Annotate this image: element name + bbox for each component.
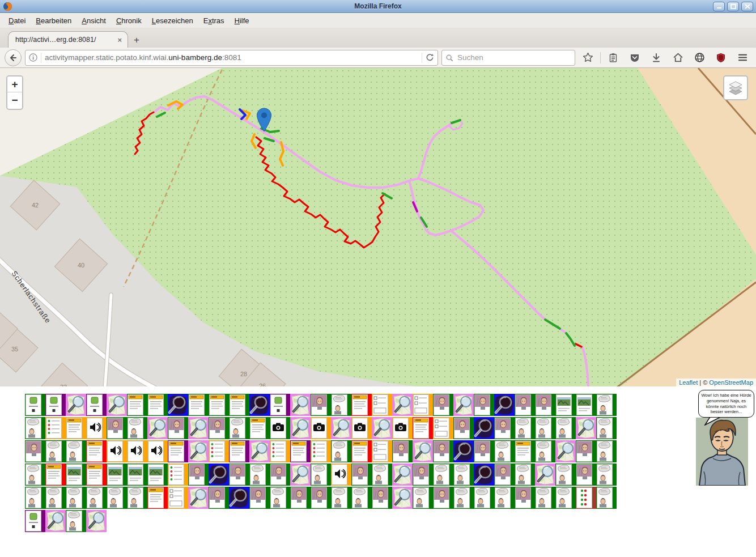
grid-tile-map-magnifier-thumb[interactable] — [188, 417, 209, 439]
grid-tile-document-thumb[interactable] — [249, 417, 270, 439]
search-bar[interactable] — [441, 50, 575, 66]
grid-tile-document-thumb[interactable] — [351, 394, 372, 416]
grid-tile-form-thumb[interactable] — [168, 487, 188, 509]
menu-item-lesezeichen[interactable]: Lesezeichen — [147, 15, 198, 27]
menu-item-ansicht[interactable]: Ansicht — [77, 15, 111, 27]
grid-tile-form-thumb[interactable] — [372, 440, 392, 462]
grid-tile-map-magnifier-thumb[interactable] — [453, 394, 474, 416]
grid-tile-app-screenshot-thumb[interactable] — [270, 394, 290, 416]
grid-tile-portrait-thumb[interactable] — [372, 487, 392, 509]
search-input[interactable] — [456, 53, 571, 62]
grid-tile-comic-scene-thumb[interactable] — [270, 487, 290, 509]
grid-tile-comic-scene-thumb[interactable] — [127, 487, 147, 509]
grid-tile-map-magnifier-thumb[interactable] — [290, 394, 311, 416]
grid-tile-map-magnifier-thumb[interactable] — [392, 464, 413, 486]
grid-tile-checklist-thumb[interactable] — [311, 440, 331, 462]
menu-item-datei[interactable]: Datei — [3, 15, 31, 27]
close-button[interactable] — [741, 2, 753, 11]
grid-tile-camera-thumb[interactable] — [392, 417, 413, 439]
grid-tile-document-thumb[interactable] — [229, 440, 249, 462]
grid-tile-comic-scene-thumb[interactable] — [249, 464, 270, 486]
grid-tile-portrait-thumb[interactable] — [413, 464, 433, 486]
grid-tile-comic-scene-thumb[interactable] — [25, 487, 45, 509]
grid-tile-audio-thumb[interactable] — [86, 417, 107, 439]
grid-tile-map-magnifier-thumb[interactable] — [392, 394, 413, 416]
grid-tile-photo-thumb[interactable] — [576, 394, 596, 416]
grid-tile-dark-magnifier-thumb[interactable] — [474, 417, 494, 439]
grid-tile-map-magnifier-thumb[interactable] — [66, 394, 86, 416]
grid-tile-map-magnifier-thumb[interactable] — [188, 487, 209, 509]
grid-tile-app-screenshot-thumb[interactable] — [86, 394, 107, 416]
tab-close-button[interactable]: × — [116, 36, 123, 44]
grid-tile-comic-scene-thumb[interactable] — [372, 464, 392, 486]
leaflet-map[interactable]: 4240357332826Scherlachstraße + − Leaflet… — [0, 68, 756, 386]
grid-tile-portrait-thumb[interactable] — [311, 394, 331, 416]
grid-tile-portrait-thumb[interactable] — [270, 464, 290, 486]
grid-tile-document-thumb[interactable] — [290, 440, 311, 462]
grid-tile-dark-magnifier-thumb[interactable] — [474, 464, 494, 486]
map-layers-button[interactable] — [723, 75, 748, 100]
grid-tile-comic-scene-thumb[interactable] — [535, 487, 555, 509]
grid-tile-document-thumb[interactable] — [86, 464, 107, 486]
grid-tile-document-thumb[interactable] — [209, 394, 229, 416]
minimize-button[interactable] — [713, 2, 725, 11]
grid-tile-comic-scene-thumb[interactable] — [453, 464, 474, 486]
grid-tile-comic-scene-thumb[interactable] — [311, 464, 331, 486]
grid-tile-app-screenshot-thumb[interactable] — [45, 394, 66, 416]
grid-tile-comic-scene-thumb[interactable] — [596, 417, 617, 439]
grid-tile-document-thumb[interactable] — [66, 417, 86, 439]
grid-tile-portrait-thumb[interactable] — [453, 417, 474, 439]
grid-tile-comic-scene-thumb[interactable] — [494, 440, 515, 462]
grid-tile-comic-scene-thumb[interactable] — [555, 417, 576, 439]
grid-tile-map-magnifier-thumb[interactable] — [372, 417, 392, 439]
grid-tile-camera-thumb[interactable] — [351, 417, 372, 439]
grid-tile-document-thumb[interactable] — [147, 487, 168, 509]
grid-tile-comic-scene-thumb[interactable] — [596, 394, 617, 416]
grid-tile-portrait-thumb[interactable] — [209, 487, 229, 509]
menu-item-extras[interactable]: Extras — [198, 15, 230, 27]
grid-tile-portrait-thumb[interactable] — [168, 417, 188, 439]
grid-tile-portrait-thumb[interactable] — [576, 464, 596, 486]
grid-tile-document-thumb[interactable] — [168, 440, 188, 462]
grid-tile-document-thumb[interactable] — [413, 417, 433, 439]
grid-tile-app-screenshot-thumb[interactable] — [25, 394, 45, 416]
grid-tile-portrait-thumb[interactable] — [433, 440, 453, 462]
grid-tile-comic-scene-thumb[interactable] — [474, 487, 494, 509]
grid-tile-camera-thumb[interactable] — [311, 417, 331, 439]
grid-tile-comic-scene-thumb[interactable] — [555, 464, 576, 486]
grid-tile-map-magnifier-thumb[interactable] — [290, 464, 311, 486]
grid-tile-comic-scene-thumb[interactable] — [66, 510, 86, 532]
grid-tile-portrait-thumb[interactable] — [188, 464, 209, 486]
grid-tile-photo-thumb[interactable] — [107, 464, 127, 486]
grid-tile-portrait-thumb[interactable] — [576, 440, 596, 462]
grid-tile-portrait-thumb[interactable] — [474, 394, 494, 416]
grid-tile-document-thumb[interactable] — [229, 394, 249, 416]
grid-tile-audio-thumb[interactable] — [127, 440, 147, 462]
bookmarks-menu-button[interactable] — [604, 49, 622, 66]
grid-tile-map-magnifier-thumb[interactable] — [555, 440, 576, 462]
grid-tile-comic-scene-thumb[interactable] — [515, 464, 535, 486]
grid-tile-photo-thumb[interactable] — [555, 394, 576, 416]
menu-item-chronik[interactable]: Chronik — [111, 15, 147, 27]
grid-tile-document-thumb[interactable] — [351, 440, 372, 462]
grid-tile-comic-scene-thumb[interactable] — [535, 440, 555, 462]
grid-tile-comic-scene-thumb[interactable] — [413, 487, 433, 509]
grid-tile-map-magnifier-thumb[interactable] — [413, 440, 433, 462]
grid-tile-portrait-thumb[interactable] — [535, 394, 555, 416]
grid-tile-photo-thumb[interactable] — [147, 464, 168, 486]
grid-tile-form-thumb[interactable] — [372, 394, 392, 416]
zoom-out-button[interactable]: − — [7, 92, 22, 108]
grid-tile-comic-scene-thumb[interactable] — [555, 487, 576, 509]
grid-tile-document-thumb[interactable] — [188, 394, 209, 416]
grid-tile-document-thumb[interactable] — [127, 394, 147, 416]
grid-tile-comic-scene-thumb[interactable] — [331, 487, 351, 509]
grid-tile-ratings-thumb[interactable] — [576, 487, 596, 509]
menu-item-bearbeiten[interactable]: Bearbeiten — [31, 15, 77, 27]
grid-tile-comic-scene-thumb[interactable] — [229, 417, 249, 439]
grid-tile-portrait-thumb[interactable] — [515, 394, 535, 416]
grid-tile-map-magnifier-thumb[interactable] — [290, 417, 311, 439]
grid-tile-photo-thumb[interactable] — [66, 464, 86, 486]
leaflet-link[interactable]: Leaflet — [679, 379, 698, 386]
grid-tile-map-magnifier-thumb[interactable] — [249, 440, 270, 462]
grid-tile-comic-scene-thumb[interactable] — [515, 417, 535, 439]
